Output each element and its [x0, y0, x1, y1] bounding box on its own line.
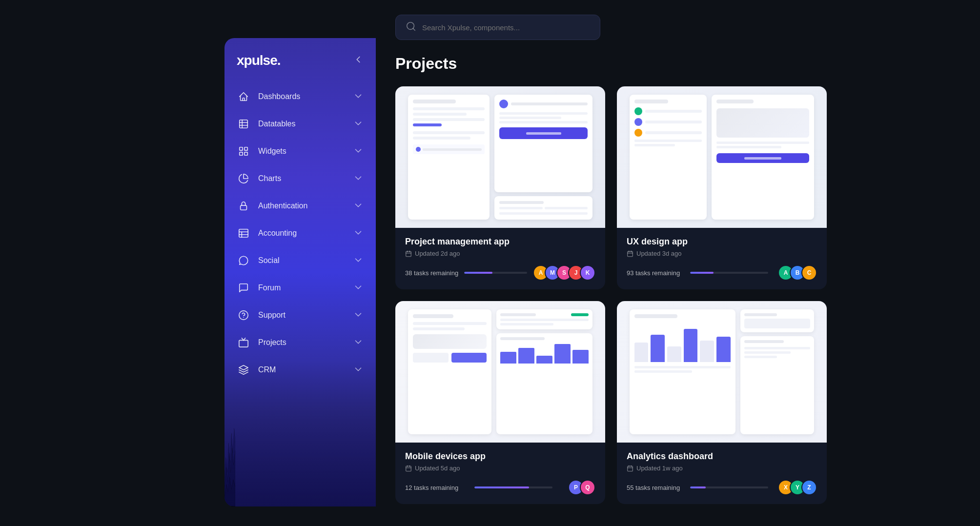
sidebar-item-projects[interactable]: Projects: [225, 329, 376, 356]
calendar-icon-2: [627, 250, 633, 257]
search-bar[interactable]: [395, 15, 600, 40]
authentication-label: Authentication: [258, 202, 353, 210]
card-updated-ux: Updated 3d ago: [627, 250, 817, 257]
card-preview-ux: [617, 86, 827, 228]
datatables-label: Datatables: [258, 120, 353, 128]
charts-icon: [237, 172, 250, 185]
dashboards-label: Dashboards: [258, 92, 353, 101]
main-content: Projects: [376, 0, 980, 526]
svg-rect-15: [239, 340, 248, 347]
card-title-ux: UX design app: [627, 237, 817, 247]
logo: xpulse.: [237, 53, 280, 68]
progress-fill-mobile: [474, 486, 529, 488]
authentication-chevron: [353, 200, 364, 212]
datatables-icon: [237, 117, 250, 131]
calendar-icon-3: [405, 465, 412, 472]
avatar-m-2: Q: [580, 480, 595, 495]
content-area: Projects: [376, 50, 980, 526]
support-chevron: [353, 309, 364, 322]
crm-label: CRM: [258, 365, 353, 374]
avatar-a-3: Z: [801, 480, 817, 495]
page-title: Projects: [395, 55, 960, 73]
project-card-ux[interactable]: UX design app Updated 3d ago 93 tasks re…: [617, 86, 827, 289]
card-info-mobile: Mobile devices app Updated 5d ago 12 tas…: [395, 443, 605, 504]
avatar-stack-mobile: P Q: [568, 480, 595, 495]
svg-rect-5: [245, 147, 247, 150]
authentication-icon: [237, 199, 250, 213]
charts-chevron: [353, 173, 364, 185]
progress-fill-analytics: [690, 486, 706, 488]
support-icon: [237, 308, 250, 322]
calendar-icon-4: [627, 465, 633, 472]
card-info-analytics: Analytics dashboard Updated 1w ago 55 ta…: [617, 443, 827, 504]
left-blank-area: [0, 0, 225, 526]
forum-icon: [237, 281, 250, 295]
sidebar-item-datatables[interactable]: Datatables: [225, 110, 376, 138]
progress-bar-ux: [690, 272, 768, 274]
card-updated-analytics: Updated 1w ago: [627, 465, 817, 472]
svg-rect-9: [239, 229, 248, 238]
svg-rect-26: [406, 466, 411, 471]
widgets-label: Widgets: [258, 147, 353, 156]
crm-chevron: [353, 364, 364, 376]
mountain-decoration: [225, 409, 235, 506]
sidebar-item-forum[interactable]: Forum: [225, 274, 376, 302]
tasks-count-analytics: 55 tasks remaining: [627, 484, 680, 491]
projects-icon: [237, 336, 250, 349]
dashboards-icon: [237, 90, 250, 103]
widgets-icon: [237, 144, 250, 158]
accounting-icon: [237, 226, 250, 240]
card-info-ux: UX design app Updated 3d ago 93 tasks re…: [617, 228, 827, 289]
sidebar-item-support[interactable]: Support: [225, 302, 376, 329]
sidebar-item-social[interactable]: Social: [225, 247, 376, 274]
svg-rect-30: [628, 466, 633, 471]
progress-bar-mobile: [474, 486, 552, 488]
tasks-count-mobile: 12 tasks remaining: [405, 484, 458, 491]
card-footer-management: 38 tasks remaining A M S J K: [405, 265, 595, 281]
forum-chevron: [353, 282, 364, 294]
avatar-stack-management: A M S J K: [533, 265, 595, 281]
avatar-stack-analytics: X Y Z: [778, 480, 817, 495]
svg-rect-0: [240, 120, 248, 128]
back-button[interactable]: [353, 54, 364, 67]
card-preview-analytics: [617, 301, 827, 443]
svg-rect-7: [245, 152, 247, 155]
card-info-management: Project management app Updated 2d ago 38…: [395, 228, 605, 289]
sidebar-logo: xpulse.: [225, 53, 376, 68]
sidebar-item-authentication[interactable]: Authentication: [225, 192, 376, 220]
progress-bar-analytics: [690, 486, 768, 488]
accounting-chevron: [353, 227, 364, 240]
search-input[interactable]: [422, 23, 590, 32]
dashboards-chevron: [353, 91, 364, 103]
accounting-label: Accounting: [258, 229, 353, 238]
card-updated-management: Updated 2d ago: [405, 250, 595, 257]
calendar-icon: [405, 250, 412, 257]
sidebar-item-dashboards[interactable]: Dashboards: [225, 83, 376, 110]
svg-rect-22: [628, 251, 633, 257]
svg-rect-6: [240, 152, 243, 155]
forum-label: Forum: [258, 283, 353, 292]
card-footer-analytics: 55 tasks remaining X Y Z: [627, 480, 817, 495]
projects-label: Projects: [258, 338, 353, 347]
social-chevron: [353, 255, 364, 267]
crm-icon: [237, 363, 250, 377]
charts-label: Charts: [258, 174, 353, 183]
social-icon: [237, 254, 250, 267]
tasks-count-ux: 93 tasks remaining: [627, 269, 680, 277]
project-card-mobile[interactable]: Mobile devices app Updated 5d ago 12 tas…: [395, 301, 605, 504]
sidebar-item-crm[interactable]: CRM: [225, 356, 376, 384]
project-card-analytics[interactable]: Analytics dashboard Updated 1w ago 55 ta…: [617, 301, 827, 504]
card-title-analytics: Analytics dashboard: [627, 451, 817, 462]
datatables-chevron: [353, 118, 364, 130]
sidebar-item-charts[interactable]: Charts: [225, 165, 376, 192]
svg-rect-8: [241, 205, 247, 210]
avatar-ux-3: C: [801, 265, 817, 281]
svg-line-17: [413, 28, 415, 30]
card-preview-management: [395, 86, 605, 228]
sidebar-item-accounting[interactable]: Accounting: [225, 220, 376, 247]
progress-fill-ux: [690, 272, 714, 274]
progress-bar-management: [464, 272, 527, 274]
project-card-management[interactable]: Project management app Updated 2d ago 38…: [395, 86, 605, 289]
avatar-stack-ux: A B C: [778, 265, 817, 281]
sidebar-item-widgets[interactable]: Widgets: [225, 138, 376, 165]
